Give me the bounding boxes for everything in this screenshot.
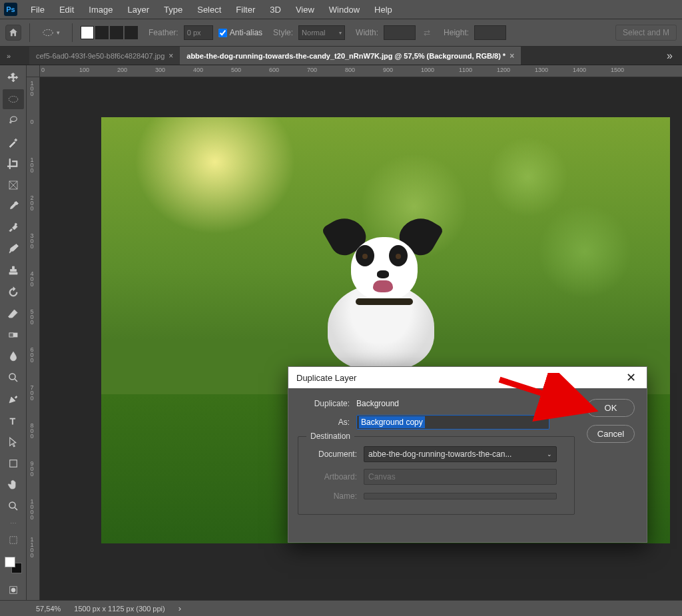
document-dimensions[interactable]: 1500 px x 1125 px (300 ppi) bbox=[74, 605, 165, 613]
tab-document-1[interactable]: cef5-6ad0-493f-9e50-b8f6c4828407.jpg × bbox=[29, 47, 180, 65]
foreground-color[interactable] bbox=[5, 557, 15, 567]
destination-legend: Destination bbox=[306, 432, 354, 441]
menu-view[interactable]: View bbox=[289, 2, 321, 17]
selection-intersect[interactable] bbox=[125, 26, 138, 39]
status-flyout-icon[interactable]: › bbox=[178, 603, 181, 613]
style-select[interactable]: Normal▾ bbox=[298, 25, 345, 40]
selection-subtract[interactable] bbox=[110, 26, 123, 39]
zoom-level[interactable]: 57,54% bbox=[7, 605, 61, 613]
document-select[interactable]: abbe-the-dog-running-towards-the-can...⌄ bbox=[364, 446, 557, 462]
history-brush-tool[interactable] bbox=[3, 282, 24, 302]
quickmask-toggle[interactable] bbox=[3, 580, 24, 600]
pen-tool[interactable] bbox=[3, 389, 24, 409]
panel-flyout-icon[interactable]: » bbox=[7, 52, 11, 60]
width-input bbox=[384, 25, 416, 40]
as-label: As: bbox=[298, 418, 350, 427]
status-bar: 57,54% 1500 px x 1125 px (300 ppi) › bbox=[0, 600, 682, 616]
menu-image[interactable]: Image bbox=[82, 2, 119, 17]
home-icon[interactable] bbox=[5, 25, 21, 41]
frame-tool[interactable] bbox=[3, 175, 24, 195]
tab-document-2[interactable]: abbe-the-dog-running-towards-the-candy_t… bbox=[180, 47, 521, 65]
hand-tool[interactable] bbox=[3, 475, 24, 495]
menubar: Ps File Edit Image Layer Type Select Fil… bbox=[0, 0, 682, 19]
menu-help[interactable]: Help bbox=[368, 2, 399, 17]
tools-panel: T ⋯ bbox=[0, 65, 27, 600]
ruler-horizontal[interactable]: 0 100 200 300 400 500 600 700 800 900 10… bbox=[40, 65, 682, 77]
duplicate-layer-dialog: Duplicate Layer ✕ Duplicate: Background … bbox=[288, 366, 647, 543]
svg-point-9 bbox=[9, 502, 15, 508]
name-label: Name: bbox=[305, 491, 357, 501]
svg-text:T: T bbox=[9, 416, 15, 426]
width-label: Width: bbox=[356, 28, 378, 37]
select-and-mask-button[interactable]: Select and M bbox=[615, 25, 677, 41]
close-icon[interactable]: × bbox=[169, 51, 173, 61]
crop-tool[interactable] bbox=[3, 154, 24, 174]
move-tool[interactable] bbox=[3, 68, 24, 88]
menu-edit[interactable]: Edit bbox=[53, 2, 81, 17]
close-icon[interactable]: ✕ bbox=[623, 370, 639, 385]
dog-subject bbox=[308, 217, 454, 370]
menu-file[interactable]: File bbox=[24, 2, 51, 17]
menu-type[interactable]: Type bbox=[157, 2, 189, 17]
zoom-tool[interactable] bbox=[3, 496, 24, 516]
ps-logo: Ps bbox=[4, 3, 17, 16]
tab-label: cef5-6ad0-493f-9e50-b8f6c4828407.jpg bbox=[36, 52, 165, 60]
menu-window[interactable]: Window bbox=[322, 2, 366, 17]
duplicate-label: Duplicate: bbox=[298, 399, 350, 408]
eraser-tool[interactable] bbox=[3, 304, 24, 324]
as-input[interactable]: Background copy bbox=[356, 415, 549, 430]
cancel-button[interactable]: Cancel bbox=[587, 425, 635, 443]
selection-add[interactable] bbox=[95, 26, 109, 39]
divider bbox=[29, 23, 30, 42]
height-label: Height: bbox=[444, 28, 469, 37]
ruler-vertical[interactable]: 100 0 100 200 300 400 500 600 700 800 90… bbox=[27, 77, 40, 600]
color-swatches[interactable] bbox=[5, 557, 22, 573]
tabs-overflow-icon[interactable]: » bbox=[657, 50, 682, 62]
type-tool[interactable]: T bbox=[3, 411, 24, 431]
menu-layer[interactable]: Layer bbox=[121, 2, 157, 17]
gradient-tool[interactable] bbox=[3, 325, 24, 345]
brush-tool[interactable] bbox=[3, 239, 24, 259]
svg-point-12 bbox=[11, 588, 15, 592]
marquee-tool[interactable] bbox=[3, 89, 24, 109]
svg-rect-10 bbox=[9, 537, 17, 544]
artboard-label: Artboard: bbox=[305, 472, 357, 481]
ruler-origin[interactable] bbox=[27, 65, 40, 77]
healing-tool[interactable] bbox=[3, 218, 24, 238]
svg-rect-8 bbox=[9, 460, 17, 467]
magic-wand-tool[interactable] bbox=[3, 132, 24, 152]
svg-point-6 bbox=[9, 374, 15, 380]
tab-label: abbe-the-dog-running-towards-the-candy_t… bbox=[186, 52, 506, 60]
dialog-titlebar[interactable]: Duplicate Layer ✕ bbox=[288, 367, 647, 388]
feather-input[interactable] bbox=[184, 25, 213, 40]
menu-select[interactable]: Select bbox=[190, 2, 228, 17]
swap-icon: ⇄ bbox=[424, 28, 430, 37]
feather-label: Feather: bbox=[149, 28, 178, 37]
eyedropper-tool[interactable] bbox=[3, 196, 24, 216]
lasso-tool[interactable] bbox=[3, 111, 24, 131]
menu-3d[interactable]: 3D bbox=[263, 2, 288, 17]
antialias-checkbox[interactable]: Anti-alias bbox=[218, 28, 262, 37]
blur-tool[interactable] bbox=[3, 346, 24, 366]
stamp-tool[interactable] bbox=[3, 260, 24, 280]
close-icon[interactable]: × bbox=[510, 51, 514, 61]
height-input bbox=[474, 25, 506, 40]
document-tabs: » cef5-6ad0-493f-9e50-b8f6c4828407.jpg ×… bbox=[0, 47, 682, 65]
dodge-tool[interactable] bbox=[3, 368, 24, 388]
edit-toolbar[interactable] bbox=[3, 530, 24, 550]
shape-tool[interactable] bbox=[3, 454, 24, 473]
marquee-shape-dropdown[interactable]: ▾ bbox=[38, 26, 64, 39]
path-select-tool[interactable] bbox=[3, 432, 24, 452]
svg-rect-5 bbox=[9, 333, 13, 337]
svg-point-1 bbox=[9, 97, 18, 103]
ok-button[interactable]: OK bbox=[587, 399, 635, 417]
document-label: Document: bbox=[305, 450, 357, 459]
artboard-select: Canvas bbox=[364, 469, 557, 485]
selection-mode-group bbox=[81, 26, 138, 39]
selection-new[interactable] bbox=[81, 26, 94, 39]
svg-point-0 bbox=[43, 30, 53, 36]
duplicate-value: Background bbox=[356, 399, 399, 408]
name-input bbox=[364, 493, 557, 499]
menu-filter[interactable]: Filter bbox=[229, 2, 262, 17]
options-bar: ▾ Feather: Anti-alias Style: Normal▾ Wid… bbox=[0, 19, 682, 47]
